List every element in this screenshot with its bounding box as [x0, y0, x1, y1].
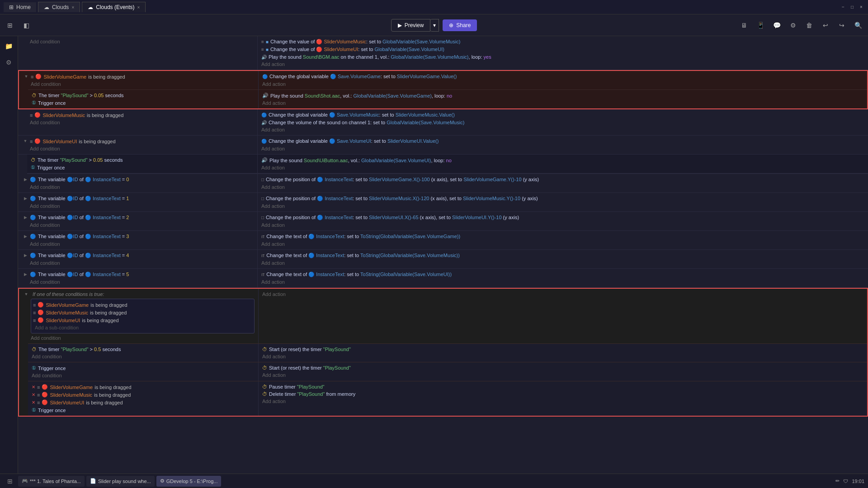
- expand-arrow-9[interactable]: ▶: [22, 252, 29, 259]
- add-sub-condition-11[interactable]: Add a sub-condition: [33, 324, 252, 331]
- expand-arrow-4[interactable]: ▼: [22, 137, 29, 145]
- taskbar-time: 19:01: [852, 479, 864, 484]
- mobile-icon[interactable]: 📱: [754, 19, 767, 32]
- action-item: 🔵 Change the global variable 🔵 Save.Volu…: [261, 111, 864, 119]
- sub-event-11s2-inner: ① Trigger once Add condition ⏱ Start (or…: [28, 362, 867, 381]
- event-row-2-inner: ▼ ≡ 🔴 SliderVolumeGame is being dragged …: [19, 71, 867, 89]
- taskbar-item-1[interactable]: 📄 Slider play sound whe...: [86, 476, 155, 487]
- action-item: ıт Change the text of 🔵 InstanceText: se…: [261, 252, 864, 259]
- add-action-10[interactable]: Add action: [261, 278, 864, 286]
- add-action-8[interactable]: Add action: [261, 240, 864, 248]
- main-content: 📁 ⚙ Add condition ≡ ■ Change the value o…: [0, 36, 868, 488]
- tab-clouds-events-close[interactable]: ×: [137, 5, 140, 10]
- add-action-4s1[interactable]: Add action: [261, 164, 864, 171]
- tab-home-label: Home: [16, 4, 31, 10]
- add-action-7[interactable]: Add action: [261, 221, 864, 229]
- add-condition-10[interactable]: Add condition: [30, 278, 254, 286]
- add-action-11[interactable]: Add action: [262, 291, 863, 298]
- expand-arrow-7[interactable]: ▶: [22, 214, 29, 221]
- minimize-button[interactable]: −: [840, 4, 846, 10]
- add-action-1[interactable]: Add action: [261, 61, 864, 68]
- side-icon-1[interactable]: 📁: [3, 40, 15, 52]
- action-item: ⏱ Start (or reset) the timer "PlaySound": [262, 364, 863, 371]
- taskbar-item-2[interactable]: ⚙ GDevelop 5 - E:\Prog...: [156, 476, 222, 487]
- search-icon[interactable]: 🔍: [852, 19, 864, 32]
- share-button[interactable]: ⊕ Share: [443, 19, 477, 31]
- action-item: 🔊 Play the sound Sound\UiButton.aac, vol…: [261, 156, 864, 164]
- preview-button[interactable]: ▶ Preview: [391, 19, 431, 32]
- taskbar-item-0[interactable]: 🎮 *** 1. Tales of Phanta...: [18, 476, 85, 487]
- expand-arrow-6[interactable]: ▶: [22, 195, 29, 202]
- add-action-11s2[interactable]: Add action: [262, 371, 863, 379]
- sub-actions-2s1: 🔊 Play the sound Sound\Shot.aac, vol.: G…: [259, 90, 867, 108]
- expand-arrow-1[interactable]: [22, 38, 29, 45]
- taskbar-label-0: *** 1. Tales of Phanta...: [30, 479, 81, 484]
- desktop-icon[interactable]: 🖥: [738, 19, 750, 32]
- redo-icon[interactable]: ↪: [835, 19, 848, 32]
- add-condition-6[interactable]: Add condition: [30, 202, 254, 210]
- sub-event-11s3-inner: ✕ ≡ 🔴 SliderVolumeGame is being dragged …: [28, 381, 867, 416]
- add-action-3[interactable]: Add action: [261, 126, 864, 133]
- sub-conditions-4s1: ⏱ The timer "PlaySound" > 0.05 seconds ①…: [27, 155, 258, 173]
- maximize-button[interactable]: □: [849, 4, 855, 10]
- bottom-spacer: [18, 417, 868, 444]
- add-condition-7[interactable]: Add condition: [30, 221, 254, 229]
- add-action-11s1[interactable]: Add action: [262, 353, 863, 360]
- sub-event-11s2: ① Trigger once Add condition ⏱ Start (or…: [28, 362, 867, 381]
- add-action-6[interactable]: Add action: [261, 202, 864, 210]
- events-editor[interactable]: Add condition ≡ ■ Change the value of 🔴 …: [18, 36, 868, 488]
- add-condition-9[interactable]: Add condition: [30, 259, 254, 267]
- tab-home[interactable]: ⊞ Home: [4, 2, 36, 12]
- add-condition-4[interactable]: Add condition: [30, 145, 254, 152]
- condition-item: ≡ 🔴 SliderVolumeUI is being dragged: [30, 137, 254, 145]
- conditions-col-1: Add condition: [18, 36, 258, 70]
- add-action-11s3[interactable]: Add action: [262, 398, 863, 405]
- expand-arrow-3[interactable]: [22, 111, 29, 118]
- layers-icon[interactable]: ◧: [20, 19, 33, 32]
- condition-item: 🔵 The variable 🔵ID of 🔵 InstanceText = 4: [30, 252, 254, 259]
- sub-actions-11s3: ⏱ Pause timer "PlaySound" ⏱ Delete timer…: [259, 381, 867, 416]
- close-button[interactable]: ×: [858, 4, 864, 10]
- trash-icon[interactable]: 🗑: [803, 19, 816, 32]
- undo-icon[interactable]: ↩: [819, 19, 832, 32]
- or-label: If one of these conditions is true:: [31, 291, 255, 298]
- expand-arrow-2[interactable]: ▼: [23, 73, 30, 80]
- add-condition-1[interactable]: Add condition: [30, 38, 254, 45]
- action-item: 🔵 Change the global variable 🔵 Save.Volu…: [261, 137, 864, 145]
- add-condition-2[interactable]: Add condition: [31, 80, 255, 88]
- side-icons: 📁 ⚙: [0, 36, 18, 488]
- event-row-4: ▼ ≡ 🔴 SliderVolumeUI is being dragged Ad…: [18, 136, 868, 155]
- add-action-2[interactable]: Add action: [262, 80, 863, 88]
- add-condition-11[interactable]: Add condition: [31, 334, 255, 342]
- taskbar-start[interactable]: ⊞: [4, 475, 16, 488]
- expand-arrow-11[interactable]: ▼: [23, 291, 30, 298]
- settings-icon[interactable]: ⚙: [787, 19, 799, 32]
- event-row-5: ▶ 🔵 The variable 🔵ID of 🔵 InstanceText =…: [18, 174, 868, 193]
- add-action-5[interactable]: Add action: [261, 183, 864, 191]
- preview-dropdown-button[interactable]: ▾: [430, 19, 439, 32]
- add-condition-11s2[interactable]: Add condition: [32, 372, 255, 379]
- side-icon-2[interactable]: ⚙: [3, 56, 15, 69]
- add-action-9[interactable]: Add action: [261, 259, 864, 267]
- action-item: ⏱ Pause timer "PlaySound": [262, 383, 863, 390]
- chat-icon[interactable]: 💬: [770, 19, 783, 32]
- taskbar: ⊞ 🎮 *** 1. Tales of Phanta... 📄 Slider p…: [0, 474, 868, 488]
- add-condition-5[interactable]: Add condition: [30, 183, 254, 191]
- expand-arrow-10[interactable]: ▶: [22, 271, 29, 278]
- actions-col-10: ıт Change the text of 🔵 InstanceText: se…: [258, 269, 868, 287]
- add-condition-3[interactable]: Add condition: [30, 119, 254, 126]
- expand-arrow-5[interactable]: ▶: [22, 176, 29, 183]
- tab-clouds-close[interactable]: ×: [71, 5, 74, 10]
- tab-clouds-events[interactable]: ☁ Clouds (Events) ×: [82, 2, 146, 12]
- grid-icon[interactable]: ⊞: [4, 19, 16, 32]
- tab-clouds[interactable]: ☁ Clouds ×: [38, 2, 80, 12]
- add-condition-8[interactable]: Add condition: [30, 240, 254, 248]
- expand-arrow-8[interactable]: ▶: [22, 233, 29, 240]
- add-condition-11s1[interactable]: Add condition: [32, 353, 255, 360]
- conditions-col-7: ▶ 🔵 The variable 🔵ID of 🔵 InstanceText =…: [18, 212, 258, 230]
- actions-col-11: Add action: [259, 289, 867, 343]
- add-action-4[interactable]: Add action: [261, 145, 864, 152]
- actions-col-8: ıт Change the text of 🔵 InstanceText: se…: [258, 231, 868, 249]
- chevron-down-icon: ▾: [433, 22, 436, 28]
- add-action-2s1[interactable]: Add action: [262, 99, 863, 107]
